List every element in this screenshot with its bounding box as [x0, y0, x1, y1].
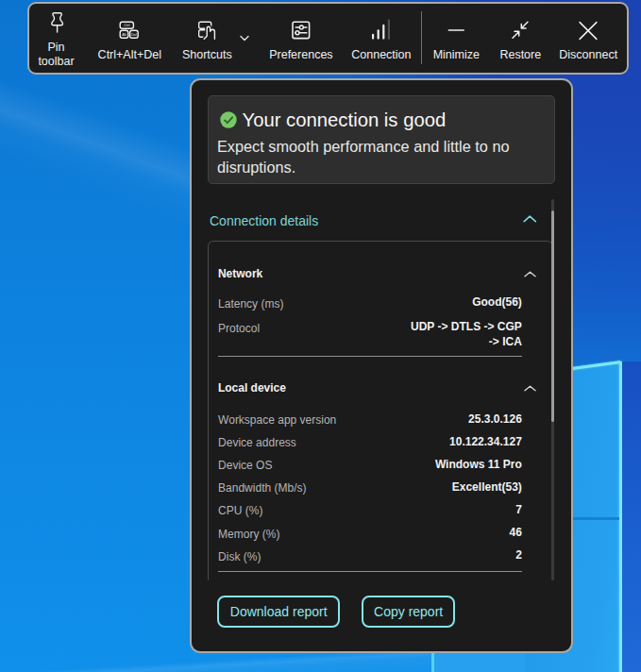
svg-text:Del: Del — [131, 32, 137, 37]
svg-text:Alt: Alt — [122, 32, 127, 37]
svg-text:Ctrl: Ctrl — [124, 23, 129, 27]
